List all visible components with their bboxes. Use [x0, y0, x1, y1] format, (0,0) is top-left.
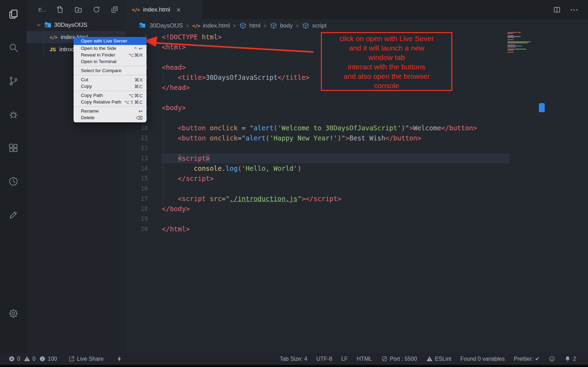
- activity-bar-bottom: [5, 305, 22, 322]
- code-line[interactable]: 13 <script>: [126, 153, 588, 163]
- status-encoding[interactable]: UTF-8: [316, 356, 332, 362]
- new-file-icon[interactable]: [56, 6, 64, 14]
- menu-item-label: Open to the Side: [81, 46, 116, 51]
- menu-separator: [74, 75, 146, 75]
- feedback-icon[interactable]: [5, 206, 22, 223]
- menu-item-open-to-the-side[interactable]: Open to the Side^ ↩: [74, 45, 146, 52]
- status-infos[interactable]: 100: [39, 355, 57, 362]
- code-line[interactable]: 8<body>: [126, 103, 588, 113]
- annotation-line: console: [322, 81, 451, 90]
- menu-item-rename[interactable]: Rename↩: [74, 108, 146, 114]
- status-language-mode[interactable]: HTML: [357, 356, 372, 362]
- search-icon[interactable]: [5, 39, 22, 56]
- menu-item-copy-path[interactable]: Copy Path⌥⌘C: [74, 92, 146, 99]
- status-text: 2: [573, 356, 576, 362]
- smiley-icon: [549, 355, 555, 362]
- menu-item-shortcut: ↩: [139, 108, 143, 114]
- code-line[interactable]: 11 <button onclick="alert('Happy New Yea…: [126, 133, 588, 143]
- status-bar: 00100Live Share Tab Size: 4UTF-8LFHTMLPo…: [0, 353, 588, 365]
- menu-item-shortcut: ⌘C: [134, 84, 143, 89]
- minimap[interactable]: [507, 32, 540, 53]
- status-eol[interactable]: LF: [341, 356, 348, 362]
- status-text: HTML: [357, 356, 372, 362]
- code-line[interactable]: 15 </script>: [126, 174, 588, 184]
- activity-bar-top: [5, 0, 22, 234]
- bottom-strip: [0, 365, 588, 367]
- breadcrumb-item-index-html[interactable]: </>index.html: [192, 22, 230, 29]
- breadcrumb-item-html[interactable]: html: [239, 22, 261, 29]
- bolt-icon: [116, 355, 123, 362]
- code-line[interactable]: 19: [126, 214, 588, 224]
- code-line[interactable]: 20</html>: [126, 224, 588, 234]
- refresh-explorer-icon[interactable]: [92, 6, 100, 14]
- more-actions-icon[interactable]: ⋯: [570, 6, 579, 14]
- menu-item-cut[interactable]: Cut⌘X: [74, 76, 146, 83]
- status-prettier[interactable]: Prettier: ✔: [514, 355, 540, 362]
- status-bar-right: Tab Size: 4UTF-8LFHTMLPort : 5500ESLintF…: [280, 355, 576, 362]
- menu-item-select-for-compare[interactable]: Select for Compare: [74, 67, 146, 74]
- code-line[interactable]: 16: [126, 184, 588, 194]
- folder-icon: [44, 21, 52, 29]
- menu-item-copy[interactable]: Copy⌘C: [74, 83, 146, 90]
- status-live-server-port[interactable]: Port : 5500: [381, 355, 417, 362]
- menu-item-label: Copy Relative Path: [81, 99, 121, 105]
- line-number: 11: [126, 133, 148, 143]
- breadcrumb: 30DaysOfJS></>index.html>html>body>scrip…: [126, 19, 588, 32]
- status-live-share[interactable]: Live Share: [68, 355, 104, 362]
- status-bolt[interactable]: [116, 355, 123, 362]
- code-text: <button onclick = "alert('Welcome to 30D…: [162, 123, 477, 133]
- code-line[interactable]: 14 console.log('Hello, World'): [126, 163, 588, 174]
- code-line[interactable]: 10 <button onclick = "alert('Welcome to …: [126, 123, 588, 133]
- warn-icon: [426, 355, 433, 362]
- status-text: 0: [32, 356, 36, 362]
- menu-item-open-with-live-server[interactable]: Open with Live Server: [74, 37, 146, 45]
- warn-icon: [24, 355, 30, 362]
- current-line-highlight: [162, 153, 509, 163]
- collapse-folders-icon[interactable]: [111, 6, 119, 14]
- breadcrumb-item-body[interactable]: body: [270, 22, 293, 29]
- code-line[interactable]: 9: [126, 113, 588, 123]
- close-tab-icon[interactable]: ×: [176, 6, 181, 13]
- code-line[interactable]: 7: [126, 93, 588, 103]
- bell-icon: [564, 355, 571, 362]
- source-control-icon[interactable]: [5, 72, 22, 89]
- annotation-note: click on open with Live Severand it will…: [321, 32, 452, 91]
- symbol-cube-icon: [302, 22, 309, 29]
- status-tab-size[interactable]: Tab Size: 4: [280, 356, 307, 362]
- code-line[interactable]: 18</body>: [126, 204, 588, 214]
- menu-item-label: Open with Live Server: [81, 38, 127, 44]
- overview-ruler-marker[interactable]: [539, 103, 545, 112]
- tab-index-html[interactable]: </> index.html ×: [126, 0, 202, 19]
- status-feedback-smiley[interactable]: [549, 355, 555, 362]
- line-number: 20: [126, 224, 148, 234]
- port-icon: [381, 355, 388, 362]
- status-text: 0: [17, 356, 20, 362]
- tree-item-root-folder[interactable]: 30DaysOfJS: [27, 19, 126, 31]
- code-text: </head>: [162, 83, 190, 93]
- extensions-icon[interactable]: [5, 139, 22, 156]
- explorer-icon[interactable]: [5, 6, 22, 22]
- run-debug-icon[interactable]: [5, 106, 22, 123]
- line-number: 19: [126, 214, 148, 224]
- menu-item-copy-relative-path[interactable]: Copy Relative Path⌥⇧⌘C: [74, 99, 146, 105]
- status-eslint[interactable]: ESLint: [426, 355, 451, 362]
- breadcrumb-item-30daysofjs[interactable]: 30DaysOfJS: [139, 22, 183, 30]
- menu-item-reveal-in-finder[interactable]: Reveal in Finder⌥⌘R: [74, 52, 146, 58]
- status-warnings[interactable]: 0: [24, 355, 36, 362]
- code-line[interactable]: 12: [126, 143, 588, 153]
- status-variables-found[interactable]: Found 0 variables: [460, 356, 505, 362]
- split-editor-icon[interactable]: [553, 6, 561, 14]
- menu-item-open-in-terminal[interactable]: Open in Terminal: [74, 58, 146, 65]
- activity-bar: [0, 0, 27, 353]
- new-folder-icon[interactable]: [74, 6, 82, 14]
- breadcrumb-item-script[interactable]: script: [302, 22, 326, 29]
- status-text: Tab Size: 4: [280, 356, 307, 362]
- menu-item-delete[interactable]: Delete⌫: [74, 114, 146, 121]
- settings-icon[interactable]: [5, 305, 22, 322]
- status-notifications[interactable]: 2: [564, 355, 576, 362]
- status-errors[interactable]: 0: [8, 355, 20, 362]
- code-text: <head>: [162, 62, 186, 72]
- menu-item-shortcut: ⌫: [136, 115, 143, 121]
- code-line[interactable]: 17 <script src="./introduction.js"></scr…: [126, 194, 588, 204]
- remote-icon[interactable]: [5, 173, 22, 190]
